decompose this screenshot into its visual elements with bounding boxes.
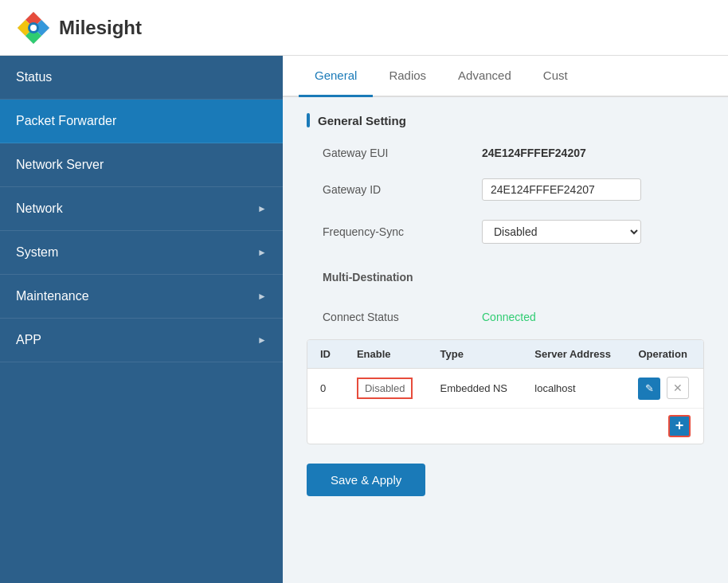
connect-status-value: Connected xyxy=(482,311,536,323)
delete-button[interactable]: ✕ xyxy=(667,377,689,399)
section-title: General Setting xyxy=(318,114,406,127)
sidebar-item-network[interactable]: Network ► xyxy=(0,187,283,231)
edit-icon: ✎ xyxy=(645,382,654,394)
frequency-sync-row: Frequency-Sync Disabled xyxy=(307,217,704,247)
col-operation: Operation xyxy=(625,340,703,369)
gateway-id-input[interactable] xyxy=(482,178,641,201)
row-operation: ✎ ✕ xyxy=(625,369,703,409)
connect-status-label: Connect Status xyxy=(307,311,482,323)
row-server-address: localhost xyxy=(522,369,625,409)
sidebar-item-status[interactable]: Status xyxy=(0,56,283,100)
header: Milesight xyxy=(0,0,728,56)
col-enable: Enable xyxy=(344,340,428,369)
sidebar-item-status-label: Status xyxy=(16,70,52,84)
multi-destination-row: Multi-Destination xyxy=(307,260,704,295)
multi-destination-label: Multi-Destination xyxy=(323,271,413,284)
tab-custom[interactable]: Cust xyxy=(527,56,584,97)
edit-button[interactable]: ✎ xyxy=(638,378,660,400)
add-row-container: + xyxy=(307,409,703,444)
save-apply-label: Save & Apply xyxy=(331,473,401,487)
tab-bar: General Radios Advanced Cust xyxy=(283,56,728,97)
svg-point-6 xyxy=(30,25,37,31)
section-header: General Setting xyxy=(307,113,704,127)
destinations-table: ID Enable Type Server Address xyxy=(307,340,703,409)
logo-container: Milesight xyxy=(16,10,142,45)
gateway-id-row: Gateway ID xyxy=(307,175,704,204)
sidebar-item-network-server-label: Network Server xyxy=(16,158,104,172)
tab-advanced[interactable]: Advanced xyxy=(442,56,527,97)
gateway-eui-row: Gateway EUI 24E124FFFEF24207 xyxy=(307,143,704,162)
destinations-table-container: ID Enable Type Server Address xyxy=(307,339,704,444)
col-server-address: Server Address xyxy=(522,340,625,369)
row-id: 0 xyxy=(307,369,344,409)
content-area: General Radios Advanced Cust General Set… xyxy=(283,56,728,583)
tab-radios[interactable]: Radios xyxy=(373,56,442,97)
main-layout: Status Packet Forwarder Network Server N… xyxy=(0,56,728,583)
tab-general[interactable]: General xyxy=(299,56,373,97)
row-type: Embedded NS xyxy=(427,369,522,409)
milesight-logo-icon xyxy=(16,10,51,45)
sidebar-item-maintenance[interactable]: Maintenance ► xyxy=(0,275,283,319)
save-apply-button[interactable]: Save & Apply xyxy=(307,464,425,496)
sidebar-item-maintenance-label: Maintenance xyxy=(16,289,89,303)
sidebar-network-arrow-icon: ► xyxy=(257,203,267,214)
sidebar-item-network-label: Network xyxy=(16,202,63,216)
table-header-row: ID Enable Type Server Address xyxy=(307,340,703,369)
add-destination-button[interactable]: + xyxy=(668,415,691,437)
sidebar-item-app[interactable]: APP ► xyxy=(0,319,283,362)
gateway-eui-value: 24E124FFFEF24207 xyxy=(482,147,586,159)
gateway-eui-label: Gateway EUI xyxy=(307,147,482,159)
col-id: ID xyxy=(307,340,344,369)
sidebar: Status Packet Forwarder Network Server N… xyxy=(0,56,283,583)
sidebar-item-packet-forwarder-label: Packet Forwarder xyxy=(16,114,116,128)
frequency-sync-label: Frequency-Sync xyxy=(307,225,482,238)
table-row: 0 Disabled Embedded NS localhost ✎ xyxy=(307,369,703,409)
sidebar-item-network-server[interactable]: Network Server xyxy=(0,143,283,187)
section-bar-icon xyxy=(307,113,310,127)
col-type: Type xyxy=(427,340,522,369)
sidebar-app-arrow-icon: ► xyxy=(257,335,267,346)
sidebar-maintenance-arrow-icon: ► xyxy=(257,291,267,302)
row-enable: Disabled xyxy=(344,369,428,409)
sidebar-item-packet-forwarder[interactable]: Packet Forwarder xyxy=(0,100,283,143)
gateway-id-label: Gateway ID xyxy=(307,183,482,196)
enable-badge: Disabled xyxy=(357,378,413,399)
sidebar-item-system[interactable]: System ► xyxy=(0,231,283,275)
content-body: General Setting Gateway EUI 24E124FFFEF2… xyxy=(283,97,728,512)
delete-icon: ✕ xyxy=(673,381,683,394)
logo-text: Milesight xyxy=(59,17,142,39)
add-icon: + xyxy=(675,417,684,434)
connect-status-row: Connect Status Connected xyxy=(307,307,704,327)
frequency-sync-select[interactable]: Disabled xyxy=(482,220,641,244)
sidebar-item-system-label: System xyxy=(16,245,58,260)
sidebar-item-app-label: APP xyxy=(16,333,41,347)
sidebar-system-arrow-icon: ► xyxy=(257,247,267,258)
